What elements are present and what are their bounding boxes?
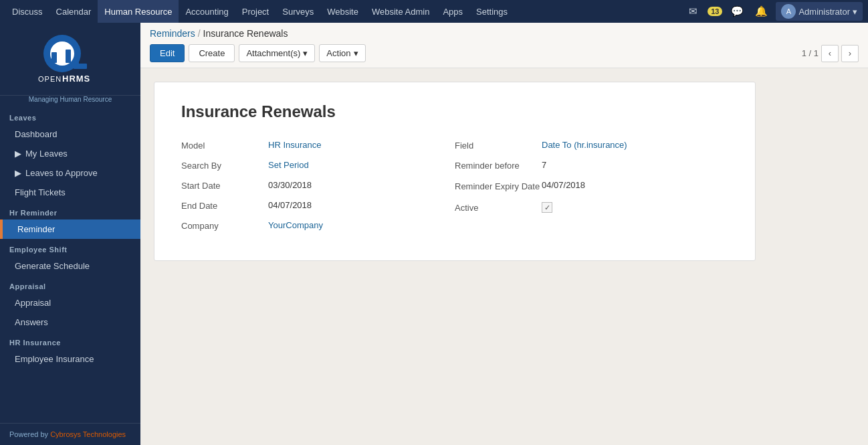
reminder-before-label: Reminder before (455, 160, 542, 171)
reminder-expiry-value: 04/07/2018 (542, 180, 585, 190)
edit-button[interactable]: Edit (150, 44, 185, 62)
company-label: Company (181, 220, 268, 231)
action-button[interactable]: Action ▾ (319, 44, 365, 62)
nav-human-resource[interactable]: Human Resource (98, 0, 179, 23)
create-button[interactable]: Create (189, 44, 235, 62)
pagination-text: 1 / 1 (802, 48, 819, 58)
sidebar-section-hr-insurance: HR Insurance (0, 332, 140, 349)
bell-icon[interactable]: 🔔 (752, 2, 770, 21)
sidebar-subtitle: Managing Human Resource (0, 96, 140, 107)
sidebar-item-dashboard[interactable]: Dashboard (0, 124, 140, 144)
nav-website[interactable]: Website (320, 0, 365, 23)
form-grid: Model HR Insurance Search By Set Period … (181, 140, 728, 240)
sidebar-item-leaves-to-approve[interactable]: ▶ Leaves to Approve (0, 163, 140, 183)
search-by-value[interactable]: Set Period (268, 160, 309, 170)
sidebar-item-reminder[interactable]: Reminder (3, 219, 140, 239)
toolbar-area: Reminders / Insurance Renewals Edit Crea… (140, 23, 868, 68)
company-value[interactable]: YourCompany (268, 220, 323, 230)
action-dropdown-icon: ▾ (354, 48, 358, 58)
start-date-label: Start Date (181, 180, 268, 191)
sidebar-footer: Powered by Cybrosys Technologies (0, 423, 140, 445)
sidebar: OPEN HRMS Managing Human Resource Leaves… (0, 23, 140, 445)
model-value[interactable]: HR Insurance (268, 140, 321, 150)
sidebar-item-answers[interactable]: Answers (0, 313, 140, 332)
attachments-dropdown-icon: ▾ (303, 48, 308, 58)
model-label: Model (181, 140, 268, 151)
sidebar-item-my-leaves[interactable]: ▶ My Leaves (0, 144, 140, 163)
toolbar-buttons: Edit Create Attachment(s) ▾ Action ▾ 1 /… (150, 44, 859, 68)
form-right: Field Date To (hr.insurance) Reminder be… (455, 140, 728, 240)
logo-area: OPEN HRMS (0, 23, 140, 96)
reminder-expiry-label: Reminder Expiry Date (455, 180, 542, 193)
start-date-value: 03/30/2018 (268, 180, 312, 190)
active-row: Active ✓ (455, 202, 728, 213)
end-date-row: End Date 04/07/2018 (181, 200, 455, 211)
action-label: Action (326, 48, 350, 58)
notification-count[interactable]: 13 (708, 7, 722, 16)
pagination-next[interactable]: › (841, 45, 859, 62)
model-row: Model HR Insurance (181, 140, 455, 151)
chat-icon[interactable]: 💬 (728, 2, 746, 21)
sidebar-section-appraisal: Appraisal (0, 276, 140, 293)
active-checkbox[interactable]: ✓ (542, 202, 552, 213)
form-title: Insurance Renewals (181, 102, 728, 121)
breadcrumb-current: Insurance Renewals (203, 28, 288, 39)
sidebar-item-generate-schedule[interactable]: Generate Schedule (0, 256, 140, 276)
nav-project[interactable]: Project (235, 0, 276, 23)
field-label: Field (455, 140, 542, 151)
sidebar-section-employee-shift: Employee Shift (0, 239, 140, 256)
active-checkbox-area: ✓ (542, 202, 552, 213)
sidebar-section-leaves: Leaves (0, 107, 140, 124)
nav-calendar[interactable]: Calendar (49, 0, 98, 23)
nav-surveys[interactable]: Surveys (276, 0, 320, 23)
end-date-value: 04/07/2018 (268, 200, 312, 210)
sidebar-item-flight-tickets[interactable]: Flight Tickets (0, 183, 140, 202)
end-date-label: End Date (181, 200, 268, 211)
sidebar-section-hr-reminder: Hr Reminder (0, 202, 140, 219)
open-hrms-logo: OPEN HRMS (37, 33, 104, 87)
admin-dropdown-icon: ▾ (853, 7, 857, 17)
nav-website-admin[interactable]: Website Admin (365, 0, 436, 23)
svg-text:HRMS: HRMS (62, 74, 90, 84)
sidebar-item-appraisal[interactable]: Appraisal (0, 293, 140, 313)
field-value[interactable]: Date To (hr.insurance) (542, 140, 627, 150)
reminder-before-value: 7 (542, 160, 546, 170)
cybrosys-link[interactable]: Cybrosys Technologies (50, 430, 126, 438)
breadcrumb-separator: / (198, 28, 201, 39)
attachments-button[interactable]: Attachment(s) ▾ (239, 44, 315, 62)
breadcrumb: Reminders / Insurance Renewals (150, 28, 859, 39)
nav-accounting[interactable]: Accounting (179, 0, 235, 23)
hr-reminder-wrapper: Reminder (0, 219, 140, 239)
svg-rect-5 (74, 64, 87, 69)
sidebar-item-employee-insurance[interactable]: Employee Insurance (0, 349, 140, 369)
email-icon[interactable]: ✉ (683, 2, 702, 21)
arrow-icon: ▶ (15, 168, 21, 178)
form-left: Model HR Insurance Search By Set Period … (181, 140, 455, 240)
breadcrumb-parent[interactable]: Reminders (150, 28, 195, 39)
form-card: Insurance Renewals Model HR Insurance Se… (154, 82, 756, 261)
search-by-row: Search By Set Period (181, 160, 455, 171)
reminder-expiry-row: Reminder Expiry Date 04/07/2018 (455, 180, 728, 193)
field-row: Field Date To (hr.insurance) (455, 140, 728, 151)
pagination-prev[interactable]: ‹ (821, 45, 839, 62)
form-wrapper: Insurance Renewals Model HR Insurance Se… (140, 68, 868, 274)
reminder-before-row: Reminder before 7 (455, 160, 728, 171)
search-by-label: Search By (181, 160, 268, 171)
start-date-row: Start Date 03/30/2018 (181, 180, 455, 191)
active-label: Active (455, 202, 542, 213)
nav-discuss[interactable]: Discuss (5, 0, 49, 23)
admin-label: Administrator (798, 7, 850, 17)
content-area: Reminders / Insurance Renewals Edit Crea… (140, 23, 868, 445)
svg-text:OPEN: OPEN (38, 75, 62, 83)
nav-settings[interactable]: Settings (469, 0, 514, 23)
arrow-icon: ▶ (15, 149, 21, 159)
attachments-label: Attachment(s) (246, 48, 300, 58)
company-row: Company YourCompany (181, 220, 455, 231)
admin-menu[interactable]: A Administrator ▾ (776, 2, 863, 21)
top-navigation: Discuss Calendar Human Resource Accounti… (0, 0, 868, 23)
avatar: A (781, 4, 796, 19)
pagination: 1 / 1 ‹ › (802, 45, 859, 62)
svg-rect-3 (66, 50, 71, 63)
nav-apps[interactable]: Apps (436, 0, 469, 23)
svg-rect-2 (51, 52, 57, 63)
